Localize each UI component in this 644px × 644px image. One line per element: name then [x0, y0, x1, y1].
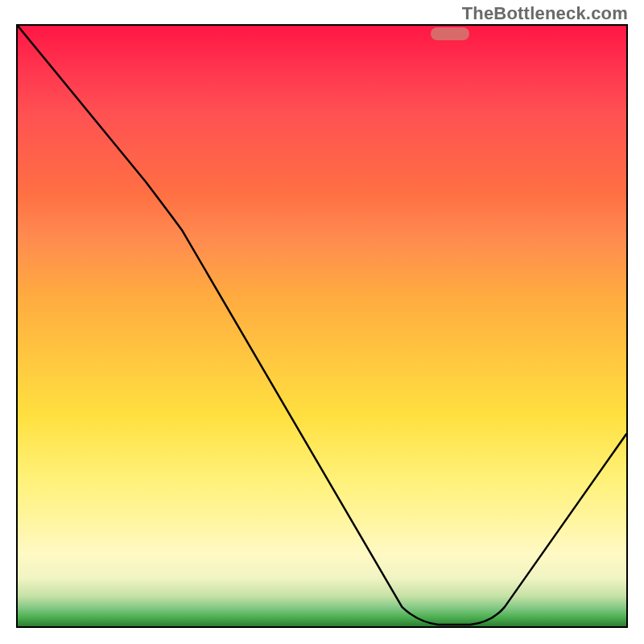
optimal-marker: [431, 27, 469, 40]
attribution-text: TheBottleneck.com: [462, 3, 628, 24]
chart-container: TheBottleneck.com: [0, 0, 644, 644]
gradient-background: [18, 26, 626, 626]
plot-area: [16, 24, 628, 628]
